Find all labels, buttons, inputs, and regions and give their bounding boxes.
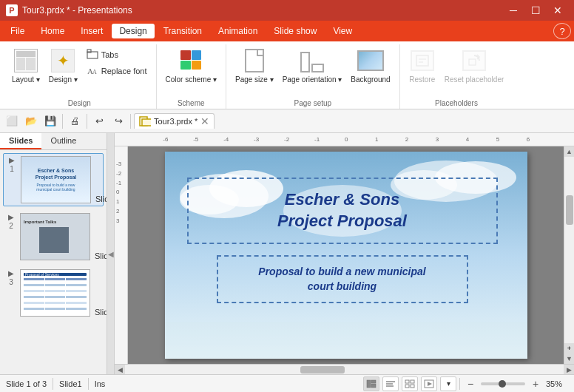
scroll-h-thumb[interactable] xyxy=(300,366,345,374)
slide-title-box[interactable]: Escher & Sons Project Proposal xyxy=(187,178,498,244)
zoom-minus-button[interactable]: − xyxy=(463,376,478,391)
restore-button[interactable]: Restore xyxy=(406,46,439,86)
color-scheme-button[interactable]: Color scheme ▾ xyxy=(163,46,220,86)
open-button[interactable]: 📂 xyxy=(22,112,40,130)
svg-rect-25 xyxy=(405,380,409,383)
design-label: Design ▾ xyxy=(49,75,78,84)
slide-canvas[interactable]: Escher & Sons Project Proposal Proposal … xyxy=(165,152,527,359)
slide-canvas-area: Escher & Sons Project Proposal Proposal … xyxy=(128,146,564,364)
menu-transition[interactable]: Transition xyxy=(156,24,209,38)
layout-label: Layout ▾ xyxy=(12,75,40,84)
redo-button[interactable]: ↪ xyxy=(109,112,127,130)
restore-icon xyxy=(409,47,436,74)
scroll-v-track[interactable] xyxy=(564,157,574,343)
save-button[interactable]: 💾 xyxy=(41,112,59,130)
svg-rect-26 xyxy=(411,380,414,383)
menu-file[interactable]: File xyxy=(3,24,32,38)
status-sep-2 xyxy=(88,378,89,390)
svg-rect-19 xyxy=(367,380,371,388)
ruler-content: -3 -2 -1 0 1 2 3 xyxy=(115,146,574,364)
zoom-level: 35% xyxy=(546,379,568,388)
ribbon: Layout ▾ ✦ Design ▾ xyxy=(0,41,574,109)
layout-button[interactable]: Layout ▾ xyxy=(9,46,43,86)
new-button[interactable]: ⬜ xyxy=(3,112,21,130)
print-button[interactable]: 🖨 xyxy=(66,112,84,130)
menu-slideshow[interactable]: Slide show xyxy=(266,24,324,38)
svg-rect-7 xyxy=(469,59,476,65)
slide-item-3[interactable]: ▶ 3 Proposal of Services xyxy=(3,267,104,319)
slide-sorter-button[interactable] xyxy=(402,376,418,391)
scroll-down-button[interactable]: ▼ xyxy=(564,354,575,364)
background-button[interactable]: Background xyxy=(348,46,393,86)
tabs-button[interactable]: Tabs xyxy=(84,47,150,62)
svg-rect-21 xyxy=(371,384,376,388)
normal-view-button[interactable] xyxy=(363,376,379,391)
outline-view-button[interactable] xyxy=(382,376,399,391)
title-controls: ─ ☐ ✕ xyxy=(503,0,568,21)
tab-outline[interactable]: Outline xyxy=(41,133,85,149)
page-size-icon xyxy=(241,47,268,74)
slide-3-number-icon: ▶ 3 xyxy=(5,269,17,286)
slide-item-1[interactable]: ▶ 1 Escher & SonsProject Proposal Propos… xyxy=(3,153,104,206)
slide-2-label: Slide2 xyxy=(93,251,107,260)
svg-rect-28 xyxy=(411,385,414,388)
maximize-button[interactable]: ☐ xyxy=(525,0,546,21)
zoom-plus-button[interactable]: + xyxy=(528,376,543,391)
slide-3-thumb: Proposal of Services xyxy=(20,269,90,317)
design-group-label: Design xyxy=(9,99,150,109)
placeholders-group-items: Restore Reset placeholder xyxy=(406,46,507,99)
menu-design[interactable]: Design xyxy=(112,24,154,38)
main-content: Slides Outline ▶ 1 Escher & SonsProject … xyxy=(0,133,574,374)
menu-animation[interactable]: Animation xyxy=(211,24,265,38)
page-size-label: Page size ▾ xyxy=(235,75,274,84)
svg-rect-27 xyxy=(405,385,409,388)
scheme-group-items: Color scheme ▾ xyxy=(163,46,220,99)
minimize-button[interactable]: ─ xyxy=(503,0,524,21)
view-options-button[interactable]: ▾ xyxy=(440,376,456,391)
menu-insert[interactable]: Insert xyxy=(73,24,110,38)
slides-list: ▶ 1 Escher & SonsProject Proposal Propos… xyxy=(0,150,107,374)
insert-mode: Ins xyxy=(95,379,106,388)
replace-font-button[interactable]: AA Replace font xyxy=(84,64,150,78)
page-size-button[interactable]: Page size ▾ xyxy=(232,46,277,86)
undo-button[interactable]: ↩ xyxy=(90,112,108,130)
scroll-up-button[interactable]: ▲ xyxy=(564,146,575,157)
toolbar-separator-1 xyxy=(62,114,63,129)
zoom-slider-thumb[interactable] xyxy=(499,380,506,388)
app-icon: P xyxy=(6,4,18,16)
tab-close-button[interactable]: ✕ xyxy=(200,115,209,127)
panel-collapse-handle[interactable]: ◀ xyxy=(107,133,115,374)
slide-2-number-icon: ▶ 2 xyxy=(5,213,17,230)
zoom-in-v[interactable]: + xyxy=(564,343,575,354)
menu-bar: File Home Insert Design Transition Anima… xyxy=(0,21,574,41)
document-tab-label: Tour3.prdx * xyxy=(154,117,197,126)
slide-title: Escher & Sons Project Proposal xyxy=(277,189,407,232)
slide-panel: Slides Outline ▶ 1 Escher & SonsProject … xyxy=(0,133,107,374)
ribbon-group-scheme: Color scheme ▾ Scheme xyxy=(157,44,226,109)
status-sep-3 xyxy=(459,378,460,390)
scroll-h-track[interactable] xyxy=(125,365,564,374)
vertical-scrollbar: ▲ + ▼ xyxy=(564,146,574,364)
menu-view[interactable]: View xyxy=(325,24,359,38)
svg-rect-1 xyxy=(87,50,91,53)
menu-home[interactable]: Home xyxy=(33,24,72,38)
tabs-icon xyxy=(87,49,98,61)
slide-item-2[interactable]: ▶ 2 Important Talks xyxy=(3,211,104,263)
scroll-left-button[interactable]: ◀ xyxy=(115,365,125,375)
tab-slides[interactable]: Slides xyxy=(0,133,41,149)
slide-subtitle-box[interactable]: Proposal to build a new municipalcourt b… xyxy=(217,255,468,303)
reset-placeholder-button[interactable]: Reset placeholder xyxy=(442,46,507,86)
toolbar: ⬜ 📂 💾 🖨 ↩ ↪ Tour3.prdx * ✕ xyxy=(0,109,574,133)
close-button[interactable]: ✕ xyxy=(547,0,568,21)
page-orientation-button[interactable]: Page orientation ▾ xyxy=(280,46,345,86)
help-button[interactable]: ? xyxy=(553,23,571,39)
ribbon-group-placeholders: Restore Reset placeholder Placeholders xyxy=(400,44,513,109)
page-orientation-icon xyxy=(299,47,325,74)
scroll-v-thumb[interactable] xyxy=(566,195,573,225)
placeholders-group-label: Placeholders xyxy=(406,99,507,109)
scroll-right-button[interactable]: ▶ xyxy=(564,365,574,375)
slideshow-button[interactable] xyxy=(421,376,437,391)
document-tab[interactable]: Tour3.prdx * ✕ xyxy=(134,113,215,129)
design-button[interactable]: ✦ Design ▾ xyxy=(46,46,81,86)
zoom-slider[interactable] xyxy=(481,382,525,385)
